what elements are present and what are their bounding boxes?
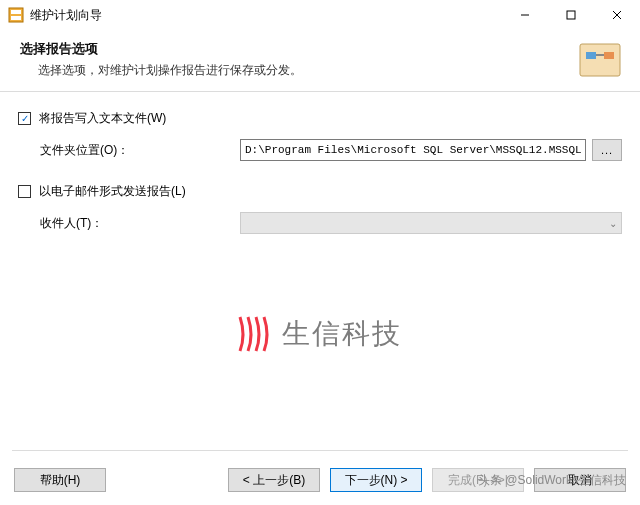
email-report-label: 以电子邮件形式发送报告(L) [39, 183, 186, 200]
svg-rect-1 [11, 10, 21, 14]
svg-rect-9 [604, 52, 614, 59]
maximize-button[interactable] [548, 0, 594, 30]
footer-separator [12, 450, 628, 451]
email-report-checkbox[interactable] [18, 185, 31, 198]
help-button[interactable]: 帮助(H) [14, 468, 106, 492]
svg-rect-2 [11, 16, 21, 20]
recipient-row: 收件人(T)： ⌄ [18, 212, 622, 234]
chevron-down-icon: ⌄ [609, 218, 617, 229]
write-report-label: 将报告写入文本文件(W) [39, 110, 166, 127]
svg-rect-8 [586, 52, 596, 59]
browse-button[interactable]: ... [592, 139, 622, 161]
folder-label: 文件夹位置(O)： [40, 142, 240, 159]
window-title: 维护计划向导 [30, 7, 102, 24]
recipient-combo[interactable]: ⌄ [240, 212, 622, 234]
close-button[interactable] [594, 0, 640, 30]
svg-rect-4 [567, 11, 575, 19]
page-title: 选择报告选项 [20, 40, 624, 58]
back-button[interactable]: < 上一步(B) [228, 468, 320, 492]
check-icon: ✓ [21, 114, 29, 124]
app-icon [8, 7, 24, 23]
wizard-header: 选择报告选项 选择选项，对维护计划操作报告进行保存或分发。 [0, 30, 640, 92]
watermark: 生信科技 [238, 315, 402, 353]
header-icon [578, 38, 622, 82]
email-report-row: 以电子邮件形式发送报告(L) [18, 183, 622, 200]
watermark-logo-icon [238, 315, 276, 353]
write-report-checkbox[interactable]: ✓ [18, 112, 31, 125]
next-button[interactable]: 下一步(N) > [330, 468, 422, 492]
folder-path-input[interactable]: D:\Program Files\Microsoft SQL Server\MS… [240, 139, 586, 161]
content-area: ✓ 将报告写入文本文件(W) 文件夹位置(O)： D:\Program File… [0, 92, 640, 234]
folder-row: 文件夹位置(O)： D:\Program Files\Microsoft SQL… [18, 139, 622, 161]
page-subtitle: 选择选项，对维护计划操作报告进行保存或分发。 [38, 62, 624, 79]
window-controls [502, 0, 640, 30]
svg-rect-7 [580, 44, 620, 76]
attribution-text: 头条 @SolidWorks生信科技 [478, 472, 626, 489]
titlebar: 维护计划向导 [0, 0, 640, 30]
watermark-text: 生信科技 [282, 315, 402, 353]
minimize-button[interactable] [502, 0, 548, 30]
folder-path-value: D:\Program Files\Microsoft SQL Server\MS… [245, 144, 582, 156]
write-report-row: ✓ 将报告写入文本文件(W) [18, 110, 622, 127]
recipient-label: 收件人(T)： [40, 215, 240, 232]
